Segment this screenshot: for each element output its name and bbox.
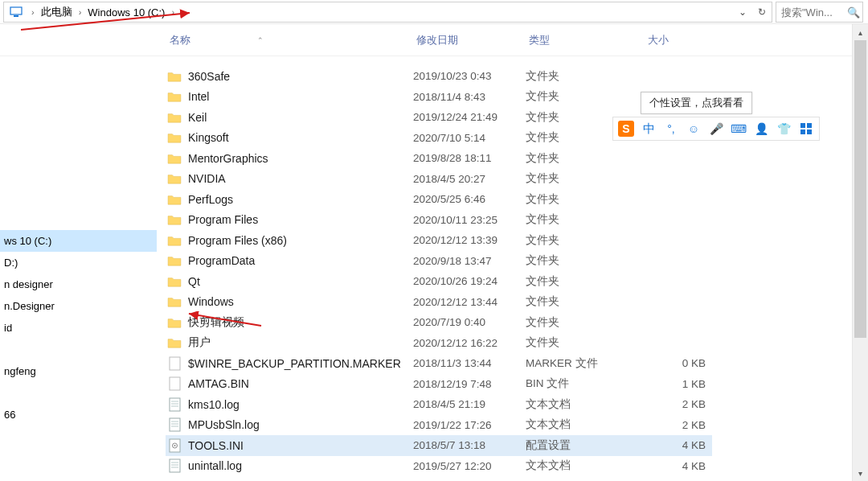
folder-icon (166, 335, 183, 351)
sidebar-item[interactable]: id (0, 317, 157, 339)
column-type[interactable]: 类型 (529, 33, 648, 47)
column-name[interactable]: 名称 ⌃ (170, 33, 416, 47)
file-name: Program Files (x86) (188, 234, 413, 247)
file-date: 2018/4/5 20:27 (413, 173, 526, 185)
file-type: 文件夹 (526, 233, 645, 248)
file-type: 文件夹 (526, 151, 645, 166)
file-name: Qt (188, 275, 413, 288)
folder-icon (166, 171, 183, 187)
file-row[interactable]: MPUsbSln.log2019/1/22 17:26文本文档2 KB (166, 415, 712, 436)
file-size: 1 KB (645, 378, 709, 390)
svg-rect-4 (170, 398, 180, 411)
svg-rect-22 (807, 130, 812, 134)
file-date: 2018/4/5 21:19 (413, 398, 526, 410)
ime-punctuation-icon[interactable]: °, (663, 121, 679, 137)
file-date: 2020/12/12 13:44 (413, 296, 526, 308)
file-type: 文件夹 (526, 69, 645, 84)
pc-icon (9, 5, 23, 19)
folder-icon (166, 253, 183, 269)
ime-mic-icon[interactable]: 🎤 (708, 121, 724, 137)
folder-icon (166, 212, 183, 228)
file-date: 2020/12/12 16:22 (413, 337, 526, 349)
file-row[interactable]: NVIDIA2018/4/5 20:27文件夹 (166, 169, 712, 190)
scroll-down-icon[interactable]: ▾ (853, 465, 868, 481)
chevron-right-icon[interactable]: › (27, 7, 39, 17)
column-date[interactable]: 修改日期 (416, 33, 529, 47)
ime-emoji-icon[interactable]: ☺ (686, 121, 702, 137)
file-type: 文件夹 (526, 274, 645, 289)
folder-icon (166, 68, 183, 84)
folder-icon (166, 130, 183, 146)
file-row[interactable]: Program Files2020/10/11 23:25文件夹 (166, 210, 712, 231)
file-row[interactable]: ProgramData2020/9/18 13:47文件夹 (166, 251, 712, 272)
scroll-up-icon[interactable]: ▴ (853, 24, 868, 40)
file-date: 2020/7/10 5:14 (413, 132, 526, 144)
refresh-icon[interactable]: ↻ (752, 2, 772, 22)
vertical-scrollbar[interactable]: ▴ ▾ (852, 24, 868, 481)
file-row[interactable]: Program Files (x86)2020/12/12 13:39文件夹 (166, 230, 712, 251)
file-row[interactable]: MentorGraphics2019/8/28 18:11文件夹 (166, 148, 712, 169)
file-name: kms10.log (188, 398, 413, 411)
sogou-ime-icon[interactable]: S (618, 121, 634, 137)
file-row[interactable]: Windows2020/12/12 13:44文件夹 (166, 292, 712, 313)
sidebar-item[interactable]: 66 (0, 404, 157, 426)
sidebar-item[interactable]: n designer (0, 273, 157, 295)
breadcrumb-part[interactable]: 此电脑 (39, 5, 74, 19)
sidebar-item[interactable]: n.Designer (0, 295, 157, 317)
file-row[interactable]: AMTAG.BIN2018/12/19 7:48BIN 文件1 KB (166, 374, 712, 395)
file-date: 2020/10/26 19:24 (413, 275, 526, 287)
file-row[interactable]: 360Safe2019/10/23 0:43文件夹 (166, 66, 712, 87)
file-row[interactable]: 快剪辑视频2020/7/19 0:40文件夹 (166, 312, 712, 333)
file-type: 文本文档 (526, 458, 645, 473)
file-name: MPUsbSln.log (188, 418, 413, 431)
ime-toolbar[interactable]: S 中 °, ☺ 🎤 ⌨ 👤 👕 (612, 117, 820, 141)
scroll-thumb[interactable] (854, 40, 866, 338)
sidebar-item[interactable]: ngfeng (0, 360, 157, 382)
ime-account-icon[interactable]: 👤 (753, 121, 769, 137)
breadcrumb-part[interactable]: Windows 10 (C:) (86, 6, 166, 18)
file-date: 2020/9/18 13:47 (413, 255, 526, 267)
chevron-right-icon[interactable]: › (74, 7, 87, 17)
sidebar-item[interactable]: ws 10 (C:) (0, 230, 157, 252)
scroll-track[interactable] (853, 40, 868, 465)
folder-icon (166, 294, 183, 310)
sidebar-item[interactable]: D:) (0, 252, 157, 273)
search-icon[interactable]: 🔍 (845, 6, 862, 18)
file-row[interactable]: Intel2018/11/4 8:43文件夹 (166, 87, 712, 108)
folder-icon (166, 273, 183, 290)
folder-icon (166, 314, 183, 331)
file-type: 文件夹 (526, 212, 645, 227)
file-date: 2020/10/11 23:25 (413, 214, 526, 226)
file-type: 文件夹 (526, 294, 645, 309)
file-row[interactable]: 用户2020/12/12 16:22文件夹 (166, 333, 712, 354)
file-name: 360Safe (188, 70, 413, 83)
file-type: 文件夹 (526, 192, 645, 207)
file-size: 2 KB (645, 419, 709, 431)
chevron-right-icon[interactable]: › (166, 7, 179, 17)
folder-icon (166, 150, 183, 166)
ime-keyboard-icon[interactable]: ⌨ (731, 121, 747, 137)
search-box[interactable]: 🔍 (776, 2, 863, 23)
folder-icon (166, 88, 183, 105)
address-bar[interactable]: › 此电脑 › Windows 10 (C:) › ⌄ ↻ (3, 2, 772, 23)
column-size[interactable]: 大小 (648, 33, 720, 47)
file-date: 2019/1/22 17:26 (413, 419, 526, 431)
svg-rect-3 (170, 377, 180, 390)
file-row[interactable]: TOOLS.INI2018/5/7 13:18配置设置4 KB (166, 435, 712, 456)
file-date: 2018/11/4 8:43 (413, 91, 526, 103)
ime-toolbox-icon[interactable] (798, 121, 814, 137)
file-row[interactable]: Qt2020/10/26 19:24文件夹 (166, 271, 712, 292)
ime-tooltip[interactable]: 个性设置，点我看看 (641, 92, 752, 114)
file-row[interactable]: unintall.log2019/5/27 12:20文本文档4 KB (166, 456, 712, 477)
dropdown-chevron-icon[interactable]: ⌄ (733, 2, 752, 22)
file-name: 快剪辑视频 (188, 315, 413, 330)
file-icon (166, 356, 183, 372)
file-row[interactable]: $WINRE_BACKUP_PARTITION.MARKER2018/11/3 … (166, 353, 712, 374)
file-row[interactable]: kms10.log2018/4/5 21:19文本文档2 KB (166, 394, 712, 415)
ime-language-icon[interactable]: 中 (641, 121, 657, 137)
ime-skin-icon[interactable]: 👕 (776, 121, 792, 137)
file-type: 文件夹 (526, 171, 645, 186)
search-input[interactable] (776, 6, 845, 18)
file-row[interactable]: PerfLogs2020/5/25 6:46文件夹 (166, 189, 712, 210)
file-icon (166, 458, 183, 474)
